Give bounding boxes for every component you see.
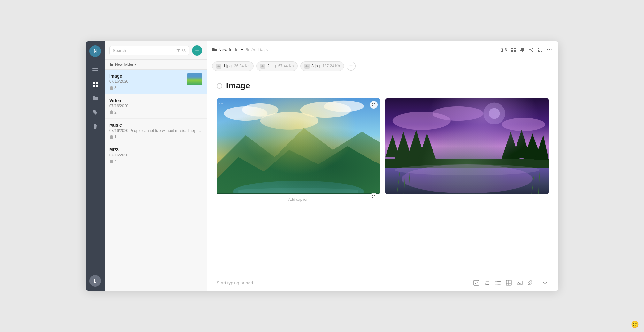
note-item-image[interactable]: Image 07/16/2020 3 (105, 70, 207, 94)
attachment-tool[interactable] (527, 279, 534, 287)
svg-rect-9 (511, 48, 513, 49)
embed-tool[interactable] (516, 279, 524, 287)
svg-rect-52 (486, 284, 489, 285)
svg-point-35 (393, 112, 451, 130)
image-container-1: ··· Add caption (217, 98, 380, 203)
svg-point-30 (260, 112, 318, 130)
svg-point-14 (529, 49, 531, 50)
bottom-avatar[interactable]: L (89, 275, 101, 287)
note-title-music: Music (109, 123, 202, 128)
search-input-wrap[interactable] (109, 46, 189, 55)
bell-icon (520, 47, 525, 52)
search-input[interactable] (113, 48, 174, 53)
image1-expand-top[interactable] (370, 101, 378, 109)
editor-placeholder[interactable]: Start typing or add (217, 280, 469, 285)
svg-rect-11 (511, 50, 513, 52)
folder-nav-icon[interactable] (89, 93, 101, 104)
svg-rect-56 (497, 283, 501, 283)
image1-caption[interactable]: Add caption (217, 196, 380, 203)
svg-rect-20 (261, 64, 265, 68)
bullet-list-tool[interactable] (494, 279, 502, 287)
menu-icon[interactable] (89, 64, 101, 76)
expand-icon (538, 47, 543, 52)
image-1 (217, 98, 380, 194)
share-button[interactable] (529, 47, 534, 52)
svg-rect-0 (92, 68, 98, 69)
filter-icon (176, 48, 180, 53)
svg-line-17 (531, 50, 532, 51)
tag-area[interactable]: Add tags (246, 47, 268, 52)
svg-point-25 (255, 123, 342, 181)
note-title-section: Image (217, 81, 549, 91)
svg-point-45 (394, 164, 540, 175)
image-2 (385, 98, 549, 194)
search-icon (182, 48, 186, 53)
tag-nav-icon[interactable] (89, 107, 101, 118)
app-window: N (0, 0, 644, 332)
svg-rect-12 (514, 50, 516, 52)
table-tool[interactable] (505, 279, 513, 287)
note-title-video: Video (109, 98, 202, 103)
file-tab-3[interactable]: 3.jpg 187.24 Kb (300, 61, 344, 71)
attachment-tool-icon (528, 280, 533, 286)
trash-nav-icon[interactable] (89, 121, 101, 132)
svg-point-37 (502, 118, 545, 131)
svg-point-55 (496, 283, 497, 283)
image1-menu[interactable]: ··· (219, 101, 223, 107)
expand-button[interactable] (538, 47, 543, 52)
note-attach-count-video: 2 (114, 110, 117, 115)
icon-rail: N (86, 42, 105, 290)
image1-expand-bottom[interactable] (370, 193, 378, 200)
file-tab-icon-2 (260, 64, 265, 69)
svg-point-34 (489, 108, 500, 119)
svg-line-44 (538, 172, 540, 194)
image-grid: ··· Add caption (217, 98, 549, 203)
file-tab-name-1: 1.jpg (223, 64, 232, 68)
file-tab-name-3: 3.jpg (311, 64, 320, 68)
more-tool[interactable] (541, 279, 549, 287)
folder-breadcrumb: New folder ▾ (212, 47, 243, 52)
attachment-icon-4 (109, 160, 113, 163)
sidebar-header: + (105, 42, 207, 60)
note-item-video[interactable]: Video 07/16/2020 2 (105, 94, 207, 119)
top-avatar[interactable]: N (89, 45, 101, 57)
add-note-button[interactable]: + (192, 45, 202, 56)
svg-point-27 (242, 103, 279, 117)
header-dropdown-icon[interactable]: ▾ (241, 48, 243, 52)
folder-dropdown-icon[interactable]: ▾ (134, 63, 136, 67)
svg-rect-59 (506, 280, 511, 285)
file-tab-1[interactable]: 1.jpg 36.34 Kb (212, 61, 254, 71)
grid-view-icon (511, 47, 516, 52)
add-file-button[interactable]: + (347, 62, 356, 71)
more-button[interactable]: ··· (547, 46, 553, 53)
file-tab-icon-1 (216, 64, 221, 69)
note-main-title: Image (226, 81, 250, 91)
note-title-mp3: MP3 (109, 147, 202, 152)
embed-icon (517, 280, 523, 286)
svg-rect-38 (385, 168, 549, 194)
svg-point-13 (532, 48, 533, 49)
ordered-list-tool[interactable]: 1. 2. 3. (483, 279, 491, 287)
expand-icon-top (372, 103, 376, 107)
svg-rect-6 (96, 85, 98, 87)
folder-path-icon (109, 62, 114, 67)
note-date-music: 07/16/2020 People cannot live without mu… (109, 128, 202, 133)
file-tab-2[interactable]: 2.jpg 67.44 Kb (256, 61, 298, 71)
bell-button[interactable] (520, 47, 525, 52)
folder-path: New folder ▾ (105, 60, 207, 70)
svg-point-33 (483, 102, 505, 124)
svg-rect-32 (385, 98, 549, 194)
more-icon: ··· (547, 46, 553, 53)
grid-view-button[interactable] (511, 47, 516, 52)
header-actions: 3 (499, 46, 553, 53)
svg-text:3.: 3. (485, 284, 486, 286)
note-item-music[interactable]: Music 07/16/2020 People cannot live with… (105, 119, 207, 143)
checkbox-tool[interactable] (472, 279, 480, 287)
main-container: N (86, 42, 558, 290)
grid-icon[interactable] (89, 79, 101, 90)
attachment-icon (109, 86, 113, 90)
svg-point-26 (224, 106, 268, 121)
note-item-mp3[interactable]: MP3 07/16/2020 4 (105, 143, 207, 168)
svg-rect-22 (305, 64, 309, 68)
note-body: Image (207, 74, 558, 275)
